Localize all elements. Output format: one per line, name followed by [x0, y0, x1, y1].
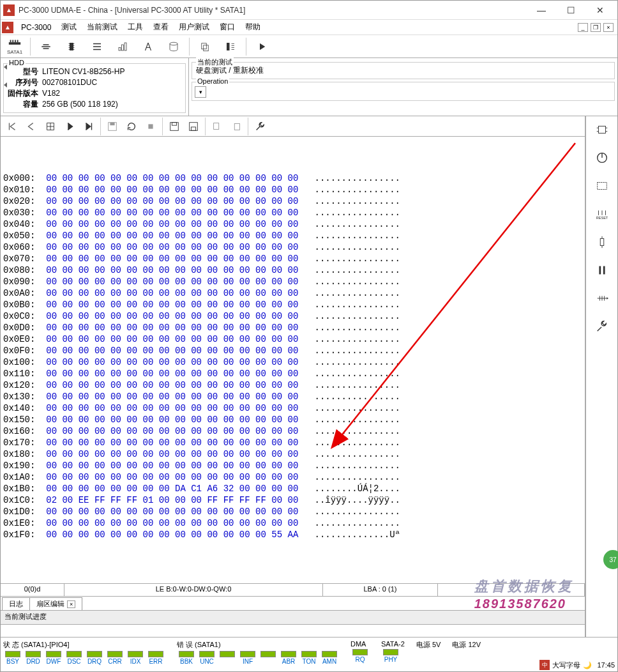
minimize-button[interactable]: ― [527, 1, 556, 19]
progress-label: 当前测试进度 [1, 610, 585, 624]
hex-open-button[interactable] [165, 118, 183, 135]
toolbar-btn-align[interactable] [219, 37, 242, 56]
hex-tools-button[interactable] [251, 118, 269, 135]
side-btn-chip-icon[interactable] [592, 121, 612, 138]
bottom-tabs: 日志 扇区编辑× [1, 596, 585, 610]
sata-title: SATA-2 [381, 640, 405, 648]
led-dwf: DWF [44, 651, 63, 665]
fw-label: 固件版本 [8, 88, 42, 99]
moon-icon: 🌙 [583, 661, 592, 669]
toolbar-btn-play[interactable] [250, 37, 273, 56]
menubar: ▲ PC-3000 测试 当前测试 工具 查看 用户测试 窗口 帮助 _ ❐ × [1, 20, 617, 35]
ime-icon[interactable]: 中 [539, 660, 550, 670]
hex-toolbar [1, 116, 585, 137]
status-offset: 0(0)d [1, 584, 64, 596]
svg-rect-19 [124, 43, 126, 50]
state-title: 状 态 (SATA1)-[PIO4] [3, 640, 165, 650]
side-btn-reset-icon[interactable]: RESET [592, 206, 612, 222]
hex-dump[interactable]: 0x000: 00 00 00 00 00 00 00 00 00 00 00 … [1, 137, 585, 583]
menu-window[interactable]: 窗口 [215, 20, 240, 34]
toolbar-btn-1[interactable] [34, 37, 57, 56]
model-label: 型号 [8, 66, 42, 77]
led-amn: AMN [320, 651, 339, 665]
status-empty [438, 584, 585, 596]
maximize-button[interactable]: ☐ [556, 1, 585, 19]
svg-rect-17 [119, 47, 121, 50]
capacity-label: 容量 [8, 99, 42, 110]
svg-point-20 [170, 42, 177, 45]
led-dsc: DSC [64, 651, 84, 665]
menu-tools[interactable]: 工具 [123, 20, 148, 34]
led-bbk: BBK [177, 651, 196, 665]
toolbar-btn-list[interactable] [86, 37, 109, 56]
status-bar: 状 态 (SATA1)-[PIO4] BSYDRDDWFDSCDRQCRRIDX… [1, 637, 617, 671]
side-btn-pause-icon[interactable] [592, 262, 612, 279]
side-btn-connector-icon[interactable] [592, 290, 612, 307]
led-abr: ABR [279, 651, 298, 665]
svg-rect-1 [10, 40, 11, 43]
tab-log[interactable]: 日志 [2, 597, 30, 610]
svg-rect-56 [599, 266, 601, 275]
menu-user-test[interactable]: 用户测试 [174, 20, 215, 34]
svg-rect-5 [70, 43, 73, 50]
hex-copy-button[interactable] [208, 118, 226, 135]
close-button[interactable]: ✕ [585, 1, 615, 19]
mdi-restore-button[interactable]: ❐ [591, 23, 601, 32]
svg-rect-38 [214, 123, 219, 129]
toolbar-btn-chip[interactable] [60, 37, 83, 56]
toolbar-btn-compass[interactable] [137, 37, 160, 56]
side-btn-tools-icon[interactable] [592, 318, 612, 335]
menu-test[interactable]: 测试 [56, 20, 82, 34]
led-drd: DRD [24, 651, 43, 665]
side-btn-board-icon[interactable] [592, 178, 612, 194]
svg-rect-37 [191, 126, 195, 130]
notification-badge[interactable]: 37 [603, 550, 618, 569]
serial-label: 序列号 [8, 77, 42, 88]
mdi-close-button[interactable]: × [603, 23, 614, 32]
hex-next-button[interactable] [61, 118, 79, 135]
menu-current-test[interactable]: 当前测试 [82, 20, 123, 34]
progress-bar-area [1, 624, 585, 637]
led-unc: UNC [197, 651, 216, 665]
toolbar-btn-db[interactable] [162, 37, 185, 56]
hex-last-button[interactable] [80, 118, 98, 135]
info-panel: HDD 型号LITEON CV1-8B256-HP 序列号002708101DU… [1, 58, 617, 116]
error-title: 错 误 (SATA1) [177, 640, 339, 650]
hex-prev-button[interactable] [22, 118, 40, 135]
svg-rect-21 [202, 43, 207, 49]
hex-save2-button[interactable] [185, 118, 202, 135]
toolbar-btn-copy[interactable] [193, 37, 216, 56]
mdi-minimize-button[interactable]: _ [578, 23, 588, 32]
svg-rect-33 [148, 124, 153, 128]
hex-goto-button[interactable] [41, 118, 59, 135]
svg-rect-35 [172, 122, 176, 125]
led-blank [259, 651, 278, 665]
fw-value: V182 [42, 88, 60, 99]
toolbar-btn-chart[interactable] [111, 37, 134, 56]
side-btn-power-icon[interactable] [592, 149, 612, 166]
svg-rect-0 [9, 42, 20, 45]
hex-first-button[interactable] [3, 118, 21, 135]
hex-paste-button[interactable] [227, 118, 245, 135]
menu-view[interactable]: 查看 [148, 20, 174, 34]
side-btn-osc-icon[interactable] [592, 234, 612, 250]
hex-stop-button[interactable] [142, 118, 160, 135]
menu-help[interactable]: 帮助 [240, 20, 266, 34]
svg-rect-2 [12, 40, 13, 43]
tab-sector-editor[interactable]: 扇区编辑× [29, 597, 82, 610]
menu-pc3000[interactable]: PC-3000 [16, 22, 56, 33]
serial-value: 002708101DUC [42, 77, 97, 88]
tab-close-icon[interactable]: × [67, 600, 75, 608]
led-inf: INF [238, 651, 257, 665]
hex-refresh-button[interactable] [123, 118, 140, 135]
capacity-value: 256 GB (500 118 192) [42, 99, 118, 110]
hdd-group-title: HDD [8, 59, 26, 66]
window-title: PC-3000 UDMA-E - China - [Universal PC-3… [19, 6, 245, 15]
led-bsy: BSY [3, 651, 22, 665]
svg-rect-32 [110, 122, 114, 125]
svg-rect-41 [598, 126, 605, 134]
port-selector[interactable]: SATA1 [3, 37, 26, 56]
operation-dropdown[interactable]: ▾ [195, 86, 206, 98]
hex-save-button[interactable] [103, 118, 121, 135]
main-toolbar: SATA1 [1, 35, 617, 58]
